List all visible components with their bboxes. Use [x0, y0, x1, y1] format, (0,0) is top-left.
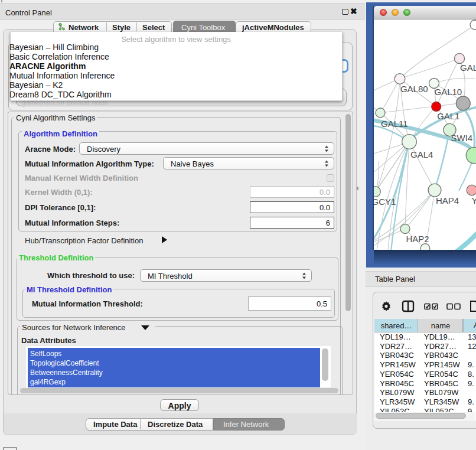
- svg-text:HAP2: HAP2: [406, 234, 429, 244]
- svg-text:Y: Y: [472, 195, 476, 206]
- svg-text:GAL80: GAL80: [400, 84, 428, 94]
- svg-text:GAL11: GAL11: [381, 119, 408, 129]
- svg-text:GAL4: GAL4: [410, 149, 433, 159]
- svg-text:SWI4: SWI4: [451, 133, 473, 143]
- svg-text:HAP4: HAP4: [436, 195, 459, 206]
- svg-text:GCY1: GCY1: [374, 197, 396, 207]
- svg-text:GAL10: GAL10: [435, 87, 462, 97]
- svg-text:GAL1: GAL1: [437, 111, 459, 121]
- svg-text:GAL7: GAL7: [460, 63, 476, 73]
